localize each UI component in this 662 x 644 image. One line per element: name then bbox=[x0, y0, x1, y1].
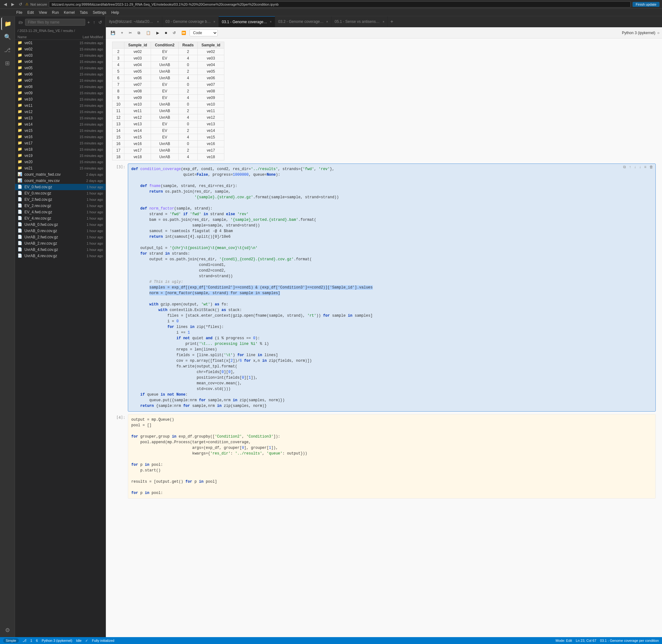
list-item[interactable]: 📁 ve15 15 minutes ago bbox=[15, 128, 106, 134]
table-cell: 10 bbox=[112, 101, 124, 108]
list-item[interactable]: 📁 ve14 15 minutes ago bbox=[15, 121, 106, 128]
reload-button[interactable]: ↺ bbox=[18, 1, 23, 7]
interrupt-button[interactable]: ■ bbox=[163, 29, 169, 36]
list-item[interactable]: 📁 ve18 15 minutes ago bbox=[15, 146, 106, 153]
list-item[interactable]: 📊 count_matrix_fwd.csv 2 days ago bbox=[15, 171, 106, 178]
new-folder-button[interactable]: 🗁 bbox=[18, 19, 24, 26]
list-item[interactable]: 📁 ve11 15 minutes ago bbox=[15, 102, 106, 109]
list-item[interactable]: 📁 ve21 15 minutes ago bbox=[15, 165, 106, 171]
list-item[interactable]: 📁 ve13 15 minutes ago bbox=[15, 115, 106, 121]
activity-search[interactable]: 🔍 bbox=[1, 31, 14, 43]
cell-copy-btn[interactable]: ⧉ bbox=[622, 164, 627, 169]
tab-close-icon[interactable]: × bbox=[270, 20, 272, 23]
list-item[interactable]: 📄 UvrAB_4.rev.cov.gz 1 hour ago bbox=[15, 253, 106, 259]
back-button[interactable]: ◀ bbox=[2, 1, 8, 7]
menu-item-run[interactable]: Run bbox=[49, 10, 62, 15]
list-item[interactable]: 📁 ve01 15 minutes ago bbox=[15, 40, 106, 46]
cell-type-select[interactable]: Code Markdown Raw bbox=[189, 29, 218, 36]
list-item[interactable]: 📁 ve10 15 minutes ago bbox=[15, 96, 106, 102]
restart-run-button[interactable]: ⏩ bbox=[179, 29, 188, 36]
forward-button[interactable]: ▶ bbox=[10, 1, 16, 7]
file-date: 15 minutes ago bbox=[69, 60, 103, 64]
notebook-tab[interactable]: ilya@blizzard: ~/data/2023-1 × bbox=[106, 16, 162, 27]
file-icon: 📊 bbox=[18, 178, 23, 183]
list-item[interactable]: 📁 ve09 15 minutes ago bbox=[15, 90, 106, 96]
menu-item-file[interactable]: File bbox=[14, 10, 25, 15]
list-item[interactable]: 📁 ve07 15 minutes ago bbox=[15, 77, 106, 84]
list-item[interactable]: 📄 UvrAB_2.rev.cov.gz 1 hour ago bbox=[15, 240, 106, 247]
list-item[interactable]: 📊 count_matrix_rev.csv 2 days ago bbox=[15, 178, 106, 184]
menu-item-tabs[interactable]: Tabs bbox=[77, 10, 90, 15]
list-item[interactable]: 📄 UvrAB_2.fwd.cov.gz 1 hour ago bbox=[15, 234, 106, 240]
list-item[interactable]: 📄 EV_0.rev.cov.gz 1 hour ago bbox=[15, 190, 106, 197]
cut-button[interactable]: ✂ bbox=[127, 29, 134, 36]
menu-item-settings[interactable]: Settings bbox=[90, 10, 109, 15]
tab-close-icon[interactable]: × bbox=[213, 20, 215, 23]
cell-dl-btn[interactable]: ↓ bbox=[638, 164, 642, 169]
cell-4-content[interactable]: output = mp.Queue() pool = [] for groupe… bbox=[128, 414, 656, 499]
breadcrumb: / 2023-11-29_RNA-Seq_VE / results / bbox=[15, 28, 106, 34]
menu-item-edit[interactable]: Edit bbox=[25, 10, 36, 15]
col-name-header[interactable]: Name bbox=[18, 35, 66, 39]
restart-button[interactable]: ↺ bbox=[170, 29, 178, 36]
list-item[interactable]: 📁 ve05 15 minutes ago bbox=[15, 65, 106, 71]
list-item[interactable]: 📄 UvrAB_0.rev.cov.gz 1 hour ago bbox=[15, 228, 106, 234]
activity-files[interactable]: 📁 bbox=[1, 18, 14, 30]
tab-close-icon[interactable]: × bbox=[157, 20, 159, 23]
file-date: 1 hour ago bbox=[69, 254, 103, 258]
list-item[interactable]: 📄 EV_0.fwd.cov.gz 1 hour ago bbox=[15, 184, 106, 190]
cell-3-content[interactable]: ⧉ ↑ ↓ ↓ ≡ 🗑 def condition_coverage(exp_d… bbox=[128, 163, 656, 412]
copy-button[interactable]: ⧉ bbox=[135, 29, 142, 36]
notebook-tab[interactable]: 03.2 - Genome coverage der × bbox=[275, 16, 332, 27]
list-item[interactable]: 📁 ve19 15 minutes ago bbox=[15, 153, 106, 159]
list-item[interactable]: 📁 ve17 15 minutes ago bbox=[15, 140, 106, 146]
upload-button[interactable]: ↑ bbox=[92, 19, 96, 26]
add-cell-button[interactable]: + bbox=[119, 29, 125, 36]
activity-settings[interactable]: ⚙ bbox=[1, 624, 14, 637]
save-button[interactable]: 💾 bbox=[108, 29, 117, 36]
list-item[interactable]: 📄 EV_2.rev.cov.gz 1 hour ago bbox=[15, 203, 106, 209]
run-button[interactable]: ▶ bbox=[154, 29, 161, 36]
activity-git[interactable]: ⎇ bbox=[1, 44, 14, 56]
new-file-button[interactable]: + bbox=[87, 19, 91, 26]
list-item[interactable]: 📄 EV_4.rev.cov.gz 1 hour ago bbox=[15, 215, 106, 222]
list-item[interactable]: 📄 UvrAB_0.fwd.cov.gz 1 hour ago bbox=[15, 222, 106, 228]
notebook-tab[interactable]: 03.1 - Genome coverage per × bbox=[219, 16, 275, 27]
tab-close-icon[interactable]: × bbox=[383, 20, 384, 23]
list-item[interactable]: 📄 UvrAB_4.fwd.cov.gz 1 hour ago bbox=[15, 247, 106, 253]
search-input[interactable] bbox=[25, 19, 85, 26]
tab-close-icon[interactable]: × bbox=[326, 20, 328, 23]
list-item[interactable]: 📁 ve02 15 minutes ago bbox=[15, 46, 106, 52]
table-row: 6ve06UvrAB4ve06 bbox=[112, 75, 224, 82]
simple-toggle[interactable]: Simple bbox=[3, 638, 19, 643]
refresh-button[interactable]: ↺ bbox=[97, 19, 103, 26]
cell-up-btn[interactable]: ↑ bbox=[628, 164, 632, 169]
notebook-tab[interactable]: 03 - Genome coverage bedt × bbox=[162, 16, 219, 27]
file-icon: 📁 bbox=[18, 97, 23, 102]
file-date: 1 hour ago bbox=[69, 223, 103, 227]
cell-settings-btn[interactable]: ≡ bbox=[643, 164, 647, 169]
list-item[interactable]: 📁 ve20 15 minutes ago bbox=[15, 159, 106, 165]
file-icon: 📁 bbox=[18, 84, 23, 89]
menu-item-view[interactable]: View bbox=[36, 10, 49, 15]
file-date: 1 hour ago bbox=[69, 191, 103, 195]
menu-item-help[interactable]: Help bbox=[109, 10, 121, 15]
list-item[interactable]: 📁 ve16 15 minutes ago bbox=[15, 134, 106, 140]
list-item[interactable]: 📁 ve12 15 minutes ago bbox=[15, 109, 106, 115]
activity-extensions[interactable]: ⊞ bbox=[1, 57, 14, 70]
cell-delete-btn[interactable]: 🗑 bbox=[648, 164, 654, 169]
list-item[interactable]: 📁 ve08 15 minutes ago bbox=[15, 84, 106, 90]
notebook-tab[interactable]: 05.1 - Sense vs antisense cc × bbox=[332, 16, 388, 27]
file-name: ve14 bbox=[24, 122, 69, 127]
cell-down-btn[interactable]: ↓ bbox=[633, 164, 637, 169]
list-item[interactable]: 📁 ve03 15 minutes ago bbox=[15, 52, 106, 59]
list-item[interactable]: 📄 EV_4.fwd.cov.gz 1 hour ago bbox=[15, 209, 106, 215]
menu-item-kernel[interactable]: Kernel bbox=[62, 10, 77, 15]
address-bar[interactable] bbox=[49, 1, 631, 7]
list-item[interactable]: 📄 EV_2.fwd.cov.gz 1 hour ago bbox=[15, 197, 106, 203]
list-item[interactable]: 📁 ve04 15 minutes ago bbox=[15, 59, 106, 65]
list-item[interactable]: 📁 ve06 15 minutes ago bbox=[15, 71, 106, 77]
add-tab-button[interactable]: + bbox=[388, 19, 396, 24]
finish-update-button[interactable]: Finish update bbox=[633, 2, 660, 7]
paste-button[interactable]: 📋 bbox=[144, 29, 153, 36]
